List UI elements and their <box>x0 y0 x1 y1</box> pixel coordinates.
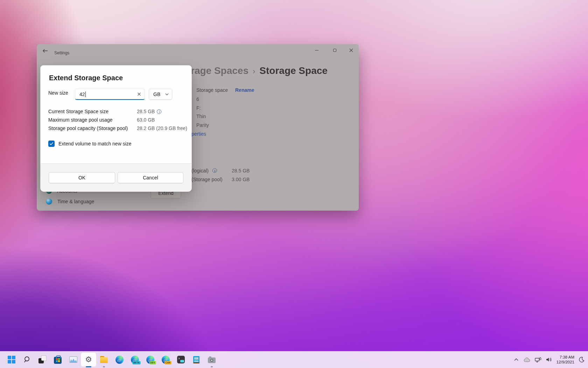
detail-value: 6 <box>196 96 199 103</box>
clear-input-icon[interactable] <box>137 92 141 96</box>
settings-taskbar-button[interactable]: ⚙ <box>81 353 96 367</box>
taskbar: ⚙ BETA DEV CAN › <box>0 351 588 368</box>
extend-volume-checkbox[interactable]: Extend volume to match new size <box>48 141 132 147</box>
chevron-down-icon <box>165 93 169 95</box>
file-explorer-button[interactable] <box>96 353 112 367</box>
edge-dev-button[interactable]: DEV <box>142 353 158 367</box>
edge-beta-button[interactable]: BETA <box>127 353 142 367</box>
terminal-button[interactable]: › <box>173 353 189 367</box>
edge-canary-icon: CAN <box>162 356 170 364</box>
titlebar: Settings <box>37 44 359 57</box>
detail-value: Thin <box>196 113 206 120</box>
info-row: Storage pool capacity (Storage pool) 28.… <box>48 125 184 132</box>
file-explorer-icon <box>100 357 108 363</box>
task-manager-button[interactable] <box>65 353 81 367</box>
beta-badge: BETA <box>132 361 140 364</box>
start-button[interactable] <box>4 353 19 367</box>
edge-button[interactable] <box>112 353 127 367</box>
edge-beta-icon: BETA <box>131 356 139 364</box>
new-size-input[interactable]: 42 <box>75 89 145 100</box>
camera-button[interactable] <box>204 353 219 367</box>
onedrive-cloud-icon[interactable] <box>523 357 530 362</box>
info-icon[interactable] <box>157 109 161 114</box>
task-view-icon <box>38 356 46 363</box>
checkbox-label: Extend volume to match new size <box>58 141 132 146</box>
new-size-value: 42 <box>79 91 85 97</box>
edge-canary-button[interactable]: CAN <box>158 353 173 367</box>
tray-time: 7:38 AM <box>556 355 574 360</box>
breadcrumb: rage Spaces › Storage Space <box>191 65 328 76</box>
back-icon[interactable] <box>42 48 49 53</box>
close-button[interactable] <box>343 44 359 56</box>
detail-value: Parity <box>196 122 209 129</box>
detail-value: F: <box>196 104 201 111</box>
taskbar-icons: ⚙ BETA DEV CAN › <box>4 353 219 367</box>
size-pool-label: (Storage pool) <box>191 176 223 183</box>
sidebar-item-time-language[interactable]: Time & language <box>46 198 94 205</box>
canary-badge: CAN <box>164 361 172 364</box>
size-logical-value: 28.5 GB <box>232 167 250 174</box>
dev-badge: DEV <box>149 361 156 364</box>
ok-button[interactable]: OK <box>49 172 115 183</box>
system-tray: 7:38 AM 12/9/2021 <box>514 351 584 368</box>
volume-icon[interactable] <box>546 357 552 362</box>
info-icon[interactable] <box>212 168 217 173</box>
taskbar-search-button[interactable] <box>19 353 35 367</box>
notepad-icon <box>193 356 200 363</box>
notepad-button[interactable] <box>189 353 204 367</box>
edge-dev-icon: DEV <box>146 356 154 364</box>
info-row: Maximum storage pool usage 63.0 GB <box>48 116 184 123</box>
windows-start-icon <box>8 356 15 363</box>
breadcrumb-parent[interactable]: rage Spaces <box>191 65 248 76</box>
search-icon <box>23 356 30 363</box>
camera-icon <box>208 357 216 363</box>
settings-gear-icon: ⚙ <box>85 356 92 363</box>
rename-link[interactable]: Rename <box>235 87 254 94</box>
storage-space-label: Storage space <box>196 87 228 94</box>
new-size-label: New size <box>48 90 68 96</box>
active-app-indicator <box>86 366 91 367</box>
edge-icon <box>115 356 124 364</box>
network-icon[interactable] <box>535 357 541 362</box>
unit-dropdown[interactable]: GB <box>149 89 172 100</box>
breadcrumb-chevron-icon: › <box>253 67 255 76</box>
extend-storage-dialog: Extend Storage Space New size 42 GB Curr… <box>40 65 192 191</box>
checkbox-checked-icon <box>48 141 55 147</box>
microsoft-store-button[interactable] <box>50 353 65 367</box>
maximize-button[interactable] <box>327 44 342 56</box>
cancel-button[interactable]: Cancel <box>118 172 183 183</box>
running-app-indicator <box>103 366 105 367</box>
tray-chevron-up-icon[interactable] <box>514 358 519 361</box>
size-logical-label: (logical) <box>191 167 209 174</box>
desktop-wallpaper: Settings rage Spaces › Storage Space Sto… <box>0 0 588 368</box>
task-view-button[interactable] <box>35 353 50 367</box>
focus-assist-moon-icon[interactable] <box>579 357 584 362</box>
microsoft-store-icon <box>54 357 62 364</box>
running-app-indicator <box>211 366 213 367</box>
tray-date: 12/9/2021 <box>556 360 574 364</box>
window-title: Settings <box>54 50 69 55</box>
time-language-icon <box>46 198 52 205</box>
dialog-footer: OK Cancel <box>41 163 191 192</box>
terminal-icon: › <box>177 356 185 363</box>
size-pool-value: 3.00 GB <box>232 176 250 183</box>
info-row: Current Storage Space size 28.5 GB <box>48 108 184 115</box>
page-title: Storage Space <box>259 65 328 76</box>
text-caret <box>85 91 86 97</box>
unit-value: GB <box>153 91 160 97</box>
dialog-title: Extend Storage Space <box>49 74 123 82</box>
taskbar-clock[interactable]: 7:38 AM 12/9/2021 <box>556 355 574 364</box>
task-manager-icon <box>69 356 77 363</box>
minimize-button[interactable] <box>309 44 324 56</box>
properties-link[interactable]: perties <box>191 130 206 137</box>
sidebar-item-label: Time & language <box>57 199 94 204</box>
